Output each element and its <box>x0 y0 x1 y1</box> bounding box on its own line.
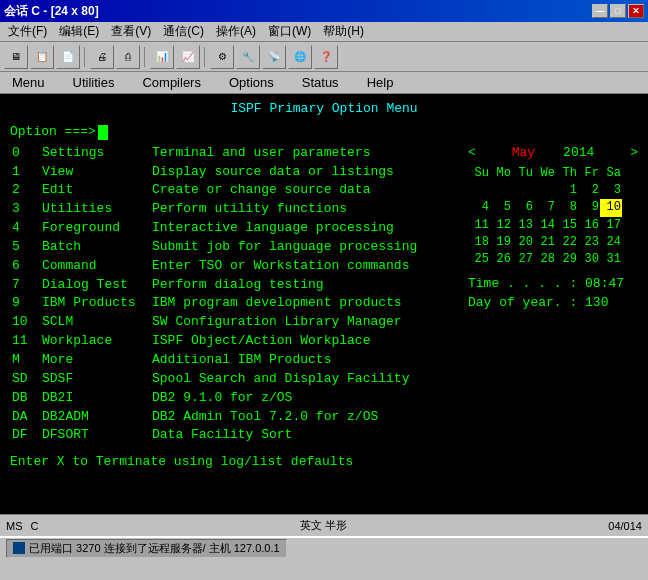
close-button[interactable]: ✕ <box>628 4 644 18</box>
cal-day[interactable]: 10 <box>600 199 622 216</box>
cal-next[interactable]: > <box>630 144 638 163</box>
menu-window[interactable]: 窗口(W) <box>262 21 317 42</box>
task-icon <box>13 542 25 554</box>
menu-comm[interactable]: 通信(C) <box>157 21 210 42</box>
toolbar: 🖥 📋 📄 🖨 ⎙ 📊 📈 ⚙ 🔧 📡 🌐 ❓ <box>0 42 648 72</box>
cal-day[interactable]: 24 <box>600 234 622 251</box>
menu-desc: Enter TSO or Workstation commands <box>150 257 458 276</box>
toolbar-btn-12[interactable]: ❓ <box>314 45 338 69</box>
menu-file[interactable]: 文件(F) <box>2 21 53 42</box>
toolbar-btn-2[interactable]: 📋 <box>30 45 54 69</box>
cal-day[interactable]: 28 <box>534 251 556 268</box>
cal-day[interactable]: 19 <box>490 234 512 251</box>
cal-day[interactable]: 6 <box>512 199 534 216</box>
cal-day[interactable]: 20 <box>512 234 534 251</box>
menu-name[interactable]: Command <box>40 257 150 276</box>
toolbar-btn-11[interactable]: 🌐 <box>288 45 312 69</box>
menu-desc: Data Facility Sort <box>150 426 458 445</box>
terminal: ISPF Primary Option Menu Option ===> 0 S… <box>0 94 648 514</box>
doy-value: 130 <box>585 295 608 310</box>
cal-day[interactable]: 23 <box>578 234 600 251</box>
menu-name[interactable]: Settings <box>40 144 150 163</box>
cal-day[interactable]: 22 <box>556 234 578 251</box>
toolbar-btn-10[interactable]: 📡 <box>262 45 286 69</box>
cal-day[interactable]: 21 <box>534 234 556 251</box>
menu-ops[interactable]: 操作(A) <box>210 21 262 42</box>
menu-num: 4 <box>10 219 40 238</box>
menu-num: 11 <box>10 332 40 351</box>
menu-name[interactable]: Utilities <box>40 200 150 219</box>
menu-desc: DB2 9.1.0 for z/OS <box>150 389 458 408</box>
cal-day[interactable]: 1 <box>556 182 578 199</box>
cal-day[interactable]: 9 <box>578 199 600 216</box>
toolbar-btn-5[interactable]: ⎙ <box>116 45 140 69</box>
menu-row: 4 Foreground Interactive language proces… <box>10 219 458 238</box>
menu-name[interactable]: SCLM <box>40 313 150 332</box>
cal-day[interactable]: 7 <box>534 199 556 216</box>
ispf-menu-help[interactable]: Help <box>363 73 398 92</box>
toolbar-btn-1[interactable]: 🖥 <box>4 45 28 69</box>
cal-header-cell: Fr <box>578 165 600 182</box>
ispf-menu-compilers[interactable]: Compilers <box>138 73 205 92</box>
menu-name[interactable]: Edit <box>40 181 150 200</box>
toolbar-btn-4[interactable]: 🖨 <box>90 45 114 69</box>
menu-view[interactable]: 查看(V) <box>105 21 157 42</box>
cal-day[interactable]: 18 <box>468 234 490 251</box>
menu-name[interactable]: Dialog Test <box>40 276 150 295</box>
toolbar-btn-8[interactable]: ⚙ <box>210 45 234 69</box>
menu-name[interactable]: DB2I <box>40 389 150 408</box>
cal-day[interactable]: 25 <box>468 251 490 268</box>
ispf-menu-options[interactable]: Options <box>225 73 278 92</box>
toolbar-btn-3[interactable]: 📄 <box>56 45 80 69</box>
menu-desc: Terminal and user parameters <box>150 144 458 163</box>
cal-day[interactable]: 17 <box>600 217 622 234</box>
menu-edit[interactable]: 编辑(E) <box>53 21 105 42</box>
time-value: 08:47 <box>585 276 624 291</box>
cal-day[interactable]: 8 <box>556 199 578 216</box>
menu-name[interactable]: IBM Products <box>40 294 150 313</box>
cal-day[interactable]: 13 <box>512 217 534 234</box>
cal-day[interactable]: 15 <box>556 217 578 234</box>
minimize-button[interactable]: — <box>592 4 608 18</box>
time-label: Time . . . . : <box>468 276 577 291</box>
cal-day[interactable]: 16 <box>578 217 600 234</box>
cal-day[interactable]: 30 <box>578 251 600 268</box>
cal-day[interactable]: 4 <box>468 199 490 216</box>
window-title: 会话 C - [24 x 80] <box>4 3 99 20</box>
toolbar-btn-7[interactable]: 📈 <box>176 45 200 69</box>
menu-name[interactable]: SDSF <box>40 370 150 389</box>
cal-day[interactable]: 29 <box>556 251 578 268</box>
cal-prev[interactable]: < <box>468 144 476 163</box>
ispf-menu-status[interactable]: Status <box>298 73 343 92</box>
cursor-block <box>98 125 108 140</box>
menu-row: 11 Workplace ISPF Object/Action Workplac… <box>10 332 458 351</box>
menu-desc: DB2 Admin Tool 7.2.0 for z/OS <box>150 408 458 427</box>
cal-day[interactable]: 26 <box>490 251 512 268</box>
cal-day[interactable]: 31 <box>600 251 622 268</box>
menu-name[interactable]: Foreground <box>40 219 150 238</box>
menu-name[interactable]: Workplace <box>40 332 150 351</box>
calendar-header: < May 2014 > <box>468 144 638 163</box>
menu-num: DB <box>10 389 40 408</box>
maximize-button[interactable]: □ <box>610 4 626 18</box>
cal-day[interactable]: 5 <box>490 199 512 216</box>
menu-name[interactable]: View <box>40 163 150 182</box>
cal-day[interactable]: 11 <box>468 217 490 234</box>
cal-day[interactable]: 12 <box>490 217 512 234</box>
menu-name[interactable]: DFSORT <box>40 426 150 445</box>
menu-help[interactable]: 帮助(H) <box>317 21 370 42</box>
cal-day[interactable]: 27 <box>512 251 534 268</box>
cal-day[interactable]: 14 <box>534 217 556 234</box>
ispf-menu-menu[interactable]: Menu <box>8 73 49 92</box>
toolbar-btn-9[interactable]: 🔧 <box>236 45 260 69</box>
task-item[interactable]: 已用端口 3270 连接到了远程服务器/ 主机 127.0.0.1 <box>6 539 287 558</box>
menu-name[interactable]: More <box>40 351 150 370</box>
terminal-title: ISPF Primary Option Menu <box>10 100 638 119</box>
menu-name[interactable]: Batch <box>40 238 150 257</box>
menu-desc: ISPF Object/Action Workplace <box>150 332 458 351</box>
cal-day[interactable]: 2 <box>578 182 600 199</box>
ispf-menu-utilities[interactable]: Utilities <box>69 73 119 92</box>
cal-day[interactable]: 3 <box>600 182 622 199</box>
menu-name[interactable]: DB2ADM <box>40 408 150 427</box>
toolbar-btn-6[interactable]: 📊 <box>150 45 174 69</box>
